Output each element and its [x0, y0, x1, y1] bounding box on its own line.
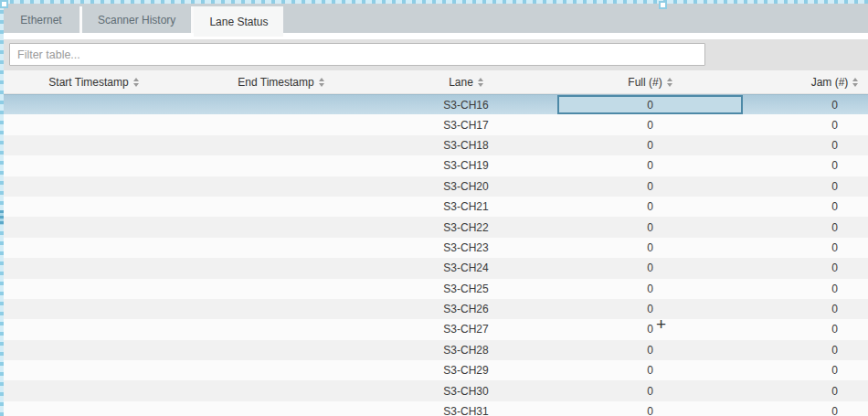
cell-end-timestamp[interactable] [187, 114, 375, 134]
table-row[interactable]: S3-CH18 0 0 [0, 135, 868, 155]
cell-lane[interactable]: S3-CH23 [375, 238, 557, 258]
cell-jam-count[interactable]: 0 [743, 217, 868, 237]
cell-full-count[interactable]: 0 [557, 299, 743, 319]
cell-end-timestamp[interactable] [187, 238, 375, 258]
cell-start-timestamp[interactable] [0, 380, 187, 400]
cell-end-timestamp[interactable] [187, 95, 375, 114]
cell-start-timestamp[interactable] [0, 238, 187, 258]
table-row[interactable]: S3-CH24 0 0 [0, 258, 868, 278]
cell-end-timestamp[interactable] [187, 380, 375, 400]
cell-jam-count[interactable]: 0 [743, 340, 868, 360]
cell-full-count[interactable]: 0 [557, 155, 743, 176]
cell-start-timestamp[interactable] [0, 176, 187, 197]
cell-jam-count[interactable]: 0 [743, 155, 868, 176]
cell-end-timestamp[interactable] [187, 360, 375, 380]
cell-lane[interactable]: S3-CH31 [375, 401, 557, 416]
table-row[interactable]: S3-CH17 0 0 [0, 114, 868, 134]
cell-jam-count[interactable]: 0 [743, 401, 868, 416]
table-row[interactable]: S3-CH25 0 0 [0, 279, 868, 299]
cell-jam-count[interactable]: 0 [743, 299, 868, 319]
cell-end-timestamp[interactable] [187, 176, 375, 197]
table-row[interactable]: S3-CH28 0 0 [0, 340, 868, 360]
column-header-start[interactable]: Start Timestamp [0, 70, 187, 93]
cell-end-timestamp[interactable] [187, 401, 375, 416]
cell-full-count[interactable]: 0 [557, 319, 743, 339]
resize-handle-top-middle[interactable] [659, 1, 667, 9]
cell-full-count[interactable]: 0 [557, 401, 743, 416]
table-row[interactable]: S3-CH20 0 0 [0, 176, 868, 197]
cell-full-count[interactable]: 0 [557, 258, 743, 278]
cell-lane[interactable]: S3-CH19 [375, 155, 557, 176]
cell-lane[interactable]: S3-CH18 [375, 135, 557, 155]
cell-start-timestamp[interactable] [0, 197, 187, 217]
cell-jam-count[interactable]: 0 [743, 279, 868, 299]
cell-lane[interactable]: S3-CH20 [375, 176, 557, 197]
table-row[interactable]: S3-CH22 0 0 [0, 217, 868, 237]
cell-end-timestamp[interactable] [187, 135, 375, 155]
cell-end-timestamp[interactable] [187, 217, 375, 237]
cell-jam-count[interactable]: 0 [743, 258, 868, 278]
table-row[interactable]: S3-CH16 0 0 [0, 94, 868, 114]
cell-full-count[interactable]: 0 [557, 279, 743, 299]
tab-ethernet[interactable]: Ethernet [3, 6, 82, 33]
table-row[interactable]: S3-CH21 0 0 [0, 197, 868, 217]
filter-table-input[interactable] [9, 43, 705, 66]
cell-jam-count[interactable]: 0 [743, 319, 868, 339]
cell-start-timestamp[interactable] [0, 279, 187, 299]
cell-start-timestamp[interactable] [0, 95, 187, 114]
resize-handle-top-left[interactable] [0, 0, 8, 8]
cell-full-count[interactable]: 0 [557, 217, 743, 237]
cell-lane[interactable]: S3-CH26 [375, 299, 557, 319]
cell-end-timestamp[interactable] [187, 258, 375, 278]
cell-start-timestamp[interactable] [0, 319, 187, 339]
cell-lane[interactable]: S3-CH22 [375, 217, 557, 237]
cell-lane[interactable]: S3-CH16 [375, 95, 557, 114]
cell-end-timestamp[interactable] [187, 197, 375, 217]
cell-full-count[interactable]: 0 [557, 380, 743, 400]
cell-lane[interactable]: S3-CH25 [375, 279, 557, 299]
cell-start-timestamp[interactable] [0, 114, 187, 134]
table-row[interactable]: S3-CH31 0 0 [0, 401, 868, 416]
tab-scanner-history[interactable]: Scanner History [82, 6, 194, 33]
cell-jam-count[interactable]: 0 [743, 176, 868, 197]
column-header-jam[interactable]: Jam (#) [743, 70, 868, 93]
cell-lane[interactable]: S3-CH28 [375, 340, 557, 360]
cell-full-count[interactable]: 0 [557, 95, 743, 114]
cell-lane[interactable]: S3-CH30 [375, 380, 557, 400]
cell-jam-count[interactable]: 0 [743, 360, 868, 380]
cell-end-timestamp[interactable] [187, 279, 375, 299]
cell-end-timestamp[interactable] [187, 319, 375, 339]
cell-jam-count[interactable]: 0 [743, 197, 868, 217]
cell-end-timestamp[interactable] [187, 155, 375, 176]
cell-end-timestamp[interactable] [187, 299, 375, 319]
column-header-end[interactable]: End Timestamp [187, 70, 375, 93]
cell-full-count[interactable]: 0 [557, 197, 743, 217]
cell-end-timestamp[interactable] [187, 340, 375, 360]
table-row[interactable]: S3-CH29 0 0 [0, 360, 868, 380]
table-row[interactable]: S3-CH27 0 0 [0, 319, 868, 339]
cell-full-count[interactable]: 0 [557, 114, 743, 134]
table-row[interactable]: S3-CH30 0 0 [0, 380, 868, 400]
cell-jam-count[interactable]: 0 [743, 95, 868, 114]
column-header-full[interactable]: Full (#) [557, 70, 743, 93]
cell-full-count[interactable]: 0 [557, 135, 743, 155]
table-row[interactable]: S3-CH26 0 0 [0, 299, 868, 319]
cell-jam-count[interactable]: 0 [743, 380, 868, 400]
cell-full-count[interactable]: 0 [557, 238, 743, 258]
cell-lane[interactable]: S3-CH29 [375, 360, 557, 380]
cell-start-timestamp[interactable] [0, 155, 187, 176]
cell-start-timestamp[interactable] [0, 401, 187, 416]
cell-lane[interactable]: S3-CH17 [375, 114, 557, 134]
cell-start-timestamp[interactable] [0, 299, 187, 319]
cell-full-count[interactable]: 0 [557, 176, 743, 197]
cell-lane[interactable]: S3-CH24 [375, 258, 557, 278]
cell-start-timestamp[interactable] [0, 217, 187, 237]
table-row[interactable]: S3-CH23 0 0 [0, 238, 868, 258]
cell-start-timestamp[interactable] [0, 340, 187, 360]
column-header-lane[interactable]: Lane [375, 70, 557, 93]
cell-jam-count[interactable]: 0 [743, 114, 868, 134]
cell-jam-count[interactable]: 0 [743, 238, 868, 258]
tab-lane-status[interactable]: Lane Status [194, 6, 283, 37]
cell-start-timestamp[interactable] [0, 258, 187, 278]
cell-start-timestamp[interactable] [0, 135, 187, 155]
